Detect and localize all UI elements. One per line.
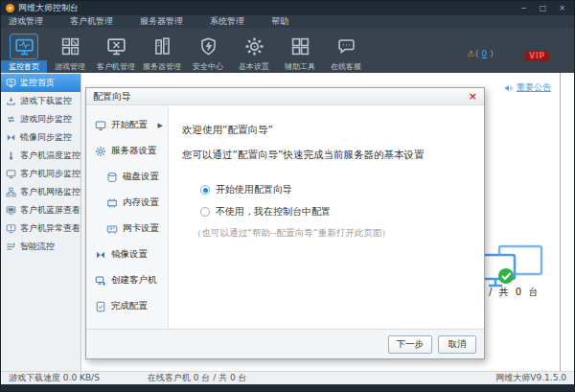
app-window: 网维大师控制台 − □ × 游戏管理 客户机管理 服务器管理 系统管理 帮助 监…	[0, 0, 575, 392]
success-check-icon	[498, 268, 514, 284]
vip-badge[interactable]: VIP	[525, 51, 549, 61]
client-counter-text: / 共 0 台	[489, 286, 540, 299]
chat-icon	[332, 34, 360, 59]
sidebar-item-client-exception-view[interactable]: 客户机异常查看	[1, 219, 80, 238]
new-client-icon	[95, 275, 106, 287]
toolbar-item-security-center[interactable]: 安全中心	[185, 28, 231, 73]
wizard-step-label: 内存设置	[123, 196, 159, 209]
sidebar-item-monitor-home[interactable]: 监控首页	[1, 74, 80, 92]
toolbar-item-aux-tools[interactable]: 辅助工具	[277, 28, 323, 73]
sidebar-item-game-download-monitor[interactable]: 游戏下载监控	[1, 92, 80, 110]
flow-icon	[6, 242, 16, 252]
cancel-button[interactable]: 取消	[438, 335, 476, 354]
wizard-step-create-client[interactable]: 创建客户机	[86, 267, 168, 293]
sidebar-item-game-sync-monitor[interactable]: 游戏同步监控	[1, 110, 80, 128]
toolbar-item-server-management[interactable]: 服务器管理	[139, 28, 185, 73]
wizard-step-finish-config[interactable]: 完成配置	[86, 293, 168, 319]
wizard-step-label: 开始配置	[111, 119, 148, 131]
menu-system-management[interactable]: 系统管理	[210, 15, 244, 28]
config-wizard-dialog: 配置向导 × 开始配置 ▶ 服务器设置 磁盘设置 内存设置	[85, 87, 485, 359]
wizard-welcome-text: 欢迎使用“配置向导”	[182, 124, 484, 137]
toolbar-label: 在线客服	[323, 60, 369, 73]
wizard-step-nic-settings[interactable]: 网卡设置	[86, 216, 168, 242]
radio-label[interactable]: 开始使用配置向导	[216, 183, 292, 196]
wizard-step-label: 磁盘设置	[123, 171, 159, 183]
radio-selected-icon[interactable]	[200, 185, 210, 195]
memory-icon	[106, 197, 118, 209]
wizard-step-server-settings[interactable]: 服务器设置	[86, 138, 168, 164]
minimize-icon[interactable]: −	[520, 1, 527, 15]
wizard-description-text: 您可以通过“配置向导”快速完成当前服务器的基本设置	[182, 149, 484, 162]
gear-icon	[240, 34, 268, 59]
sync-icon	[6, 114, 16, 125]
sidebar-label: 客户机同步监控	[20, 168, 80, 180]
sidebar-item-smart-flow-control[interactable]: 智能流控	[1, 238, 80, 256]
alert-counter[interactable]: ⚠ ( 0 )	[467, 49, 494, 58]
network-icon	[6, 187, 16, 197]
sidebar-item-client-network-monitor[interactable]: 客户机网络监控	[1, 183, 80, 201]
radio-use-wizard[interactable]: 开始使用配置向导	[200, 183, 484, 196]
alert-paren-open: (	[475, 49, 479, 58]
monitor-icon	[95, 120, 106, 131]
wizard-step-mirror-settings[interactable]: 镜像设置	[86, 242, 168, 267]
alert-count[interactable]: 0	[480, 49, 490, 58]
maximize-icon[interactable]: □	[540, 1, 547, 15]
sidebar-label: 智能流控	[20, 241, 55, 253]
wizard-reopen-note: （也可以通过“帮助--配置向导”重新打开此页面）	[193, 227, 484, 240]
radio-skip-wizard[interactable]: 不使用，我在控制台中配置	[200, 205, 484, 219]
monitor-pulse-icon	[10, 34, 38, 59]
download-speed-status: 游戏下载速度 0.0 KB/S	[9, 372, 100, 384]
toolbar-item-monitor-home[interactable]: 监控首页	[1, 28, 47, 73]
wizard-step-label: 完成配置	[111, 300, 148, 312]
toolbar-item-basic-settings[interactable]: 基本设置	[231, 28, 277, 73]
sidebar-label: 客户机蓝屏查看	[20, 204, 80, 217]
monitor-pulse-icon	[6, 78, 16, 88]
radio-unselected-icon[interactable]	[200, 207, 210, 217]
gear-icon	[95, 146, 106, 157]
dialog-close-icon[interactable]: ×	[469, 91, 477, 102]
toolbar-item-online-support[interactable]: 在线客服	[323, 28, 369, 73]
announcement-link[interactable]: 重要公告	[504, 81, 551, 94]
done-icon	[95, 301, 106, 312]
sidebar-item-client-temperature-monitor[interactable]: 客户机温度监控	[1, 147, 80, 165]
sidebar-label: 游戏同步监控	[20, 113, 72, 126]
wizard-step-memory-settings[interactable]: 内存设置	[86, 190, 168, 216]
wizard-body: 欢迎使用“配置向导” 您可以通过“配置向导”快速完成当前服务器的基本设置 开始使…	[170, 106, 484, 329]
warning-icon: ⚠	[467, 49, 474, 58]
grid-icon	[286, 34, 314, 59]
menu-help[interactable]: 帮助	[271, 15, 288, 28]
shield-icon	[194, 34, 222, 59]
menu-game-management[interactable]: 游戏管理	[9, 15, 43, 28]
monitor-icon	[6, 169, 16, 179]
wizard-step-disk-settings[interactable]: 磁盘设置	[86, 164, 168, 190]
toolbar-item-client-management[interactable]: 客户机管理	[93, 28, 139, 73]
bottom-strip	[1, 384, 574, 391]
sidebar-item-client-bluescreen-view[interactable]: 客户机蓝屏查看	[1, 201, 80, 219]
wizard-step-label: 服务器设置	[111, 145, 157, 157]
sidebar-item-client-sync-monitor[interactable]: 客户机同步监控	[1, 165, 80, 183]
toolbar-label: 游戏管理	[47, 60, 93, 73]
toolbar-label: 客户机管理	[93, 60, 139, 73]
wizard-step-start-config[interactable]: 开始配置 ▶	[86, 112, 168, 138]
radio-label[interactable]: 不使用，我在控制台中配置	[216, 205, 331, 219]
right-panel-divider	[560, 73, 561, 371]
dialog-title-bar: 配置向导 ×	[86, 88, 484, 105]
next-button[interactable]: 下一步	[388, 335, 433, 354]
status-bar: 游戏下载速度 0.0 KB/S 在线客户机 0 台 / 共 0 台 网维大师V9…	[1, 371, 574, 384]
toolbar-label: 辅助工具	[277, 60, 323, 73]
announcement-label[interactable]: 重要公告	[517, 81, 551, 94]
speaker-icon	[504, 83, 514, 93]
wizard-step-label: 镜像设置	[111, 248, 148, 261]
toolbar-label: 基本设置	[231, 60, 277, 73]
sidebar-label: 客户机网络监控	[20, 186, 80, 198]
toolbar-item-game-management[interactable]: 游戏管理	[47, 28, 93, 73]
version-label: 网维大师V9.1.5.0	[495, 372, 566, 384]
menu-client-management[interactable]: 客户机管理	[70, 15, 113, 28]
current-step-arrow-icon: ▶	[158, 122, 163, 129]
menu-server-management[interactable]: 服务器管理	[140, 15, 183, 28]
disk-icon	[106, 172, 118, 183]
sidebar-item-mirror-sync-monitor[interactable]: 镜像同步监控	[1, 128, 80, 147]
sidebar-label: 镜像同步监控	[20, 131, 72, 144]
wizard-step-label: 创建客户机	[111, 274, 157, 287]
close-icon[interactable]: ×	[559, 1, 565, 15]
